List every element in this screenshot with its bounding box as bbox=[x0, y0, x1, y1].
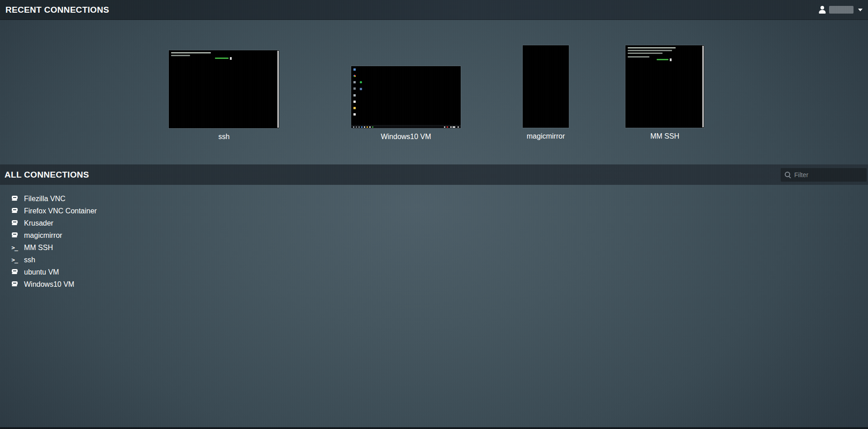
search-icon bbox=[785, 172, 791, 178]
connection-name: Windows10 VM bbox=[24, 280, 74, 289]
all-connections-bar: ALL CONNECTIONS bbox=[0, 164, 868, 185]
connection-thumbnail bbox=[169, 50, 279, 128]
thumbnail-scrollbar bbox=[702, 46, 704, 127]
connection-list-item[interactable]: Filezilla VNC bbox=[0, 193, 868, 205]
recent-connection-card[interactable]: magicmirror bbox=[523, 45, 569, 140]
connection-name: Filezilla VNC bbox=[24, 195, 66, 203]
connection-name: magicmirror bbox=[24, 231, 62, 240]
connection-name: Firefox VNC Container bbox=[24, 207, 97, 215]
recent-connection-card[interactable]: Windows10 VM bbox=[351, 66, 461, 141]
filter-input[interactable] bbox=[794, 171, 863, 178]
recent-connection-name: Windows10 VM bbox=[351, 133, 461, 141]
username-redacted bbox=[829, 6, 854, 14]
connection-list-item[interactable]: ubuntu VM bbox=[0, 266, 868, 278]
connection-name: Krusader bbox=[24, 219, 53, 227]
recent-connection-card[interactable]: MM SSH bbox=[625, 45, 704, 140]
connection-list-item[interactable]: Firefox VNC Container bbox=[0, 205, 868, 217]
recent-connection-name: ssh bbox=[169, 133, 279, 141]
page-title: RECENT CONNECTIONS bbox=[5, 5, 109, 15]
thumbnail-taskbar bbox=[351, 125, 461, 128]
connection-list: Filezilla VNCFirefox VNC ContainerKrusad… bbox=[0, 193, 868, 290]
connection-list-item[interactable]: magicmirror bbox=[0, 229, 868, 241]
connection-name: MM SSH bbox=[24, 244, 53, 252]
recent-connection-name: MM SSH bbox=[625, 132, 704, 140]
user-menu-button[interactable] bbox=[819, 6, 863, 14]
connection-thumbnail bbox=[625, 45, 704, 128]
terminal-icon: >_ bbox=[9, 245, 20, 251]
monitor-icon bbox=[9, 208, 20, 214]
filter-box bbox=[781, 168, 867, 182]
monitor-icon bbox=[9, 232, 20, 239]
top-bar: RECENT CONNECTIONS bbox=[0, 0, 868, 20]
user-icon bbox=[819, 6, 826, 14]
section-title: ALL CONNECTIONS bbox=[5, 170, 89, 180]
connection-list-item[interactable]: >_MM SSH bbox=[0, 241, 868, 254]
guacamole-home: RECENT CONNECTIONS ssh bbox=[0, 0, 868, 429]
caret-down-icon bbox=[858, 9, 863, 11]
thumbnail-scrollbar bbox=[277, 51, 279, 128]
connection-name: ubuntu VM bbox=[24, 268, 59, 276]
connection-name: ssh bbox=[24, 256, 35, 264]
terminal-icon: >_ bbox=[9, 257, 20, 263]
connection-thumbnail bbox=[523, 45, 569, 128]
monitor-icon bbox=[9, 220, 20, 227]
recent-connection-name: magicmirror bbox=[523, 132, 569, 140]
bottom-bar-edge bbox=[0, 427, 868, 429]
monitor-icon bbox=[9, 281, 20, 288]
connection-list-item[interactable]: Windows10 VM bbox=[0, 278, 868, 290]
connection-list-item[interactable]: >_ssh bbox=[0, 254, 868, 266]
recent-connection-card[interactable]: ssh bbox=[169, 50, 279, 141]
monitor-icon bbox=[9, 269, 20, 275]
connection-list-item[interactable]: Krusader bbox=[0, 217, 868, 229]
monitor-icon bbox=[9, 196, 20, 202]
connection-thumbnail bbox=[351, 66, 461, 128]
